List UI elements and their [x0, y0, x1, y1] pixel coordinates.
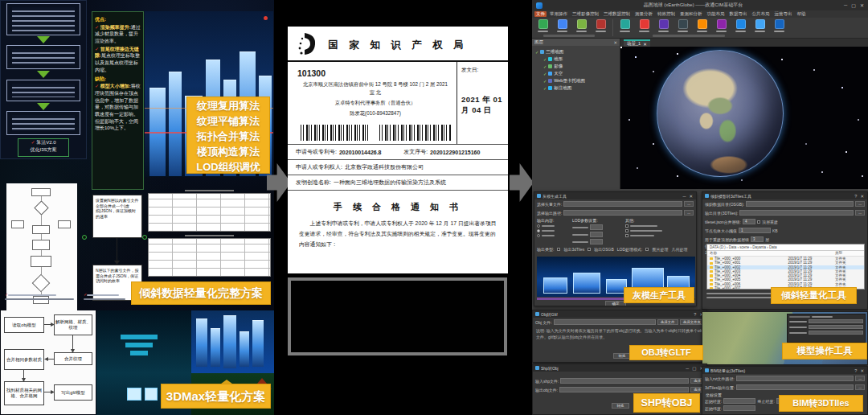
browse-button[interactable]: ...: [855, 201, 865, 207]
convert-button[interactable]: 转换: [612, 403, 629, 409]
tool-icon[interactable]: [755, 19, 765, 29]
lod-param-input[interactable]: [590, 239, 603, 244]
ribbon-tool[interactable]: [554, 19, 571, 32]
close-icon[interactable]: ✕: [643, 42, 647, 47]
help-icon[interactable]: ?: [854, 194, 858, 199]
globe-viewport[interactable]: [620, 47, 868, 189]
menu-tab[interactable]: 帮助: [796, 11, 808, 17]
ribbon-tool[interactable]: [751, 19, 768, 32]
check-icon[interactable]: ✓: [543, 79, 547, 84]
browse-button[interactable]: ...: [684, 210, 694, 216]
checkbox[interactable]: [625, 234, 628, 237]
ribbon-tool[interactable]: [694, 19, 710, 32]
menu-tab[interactable]: 量测和分析: [678, 11, 704, 17]
rvt-path-input[interactable]: [736, 376, 854, 381]
tool-icon[interactable]: [538, 19, 548, 29]
close-icon[interactable]: ✕: [688, 194, 694, 199]
tool-icon[interactable]: [577, 19, 587, 29]
obj-output-input[interactable]: [559, 387, 689, 392]
browse-button[interactable]: ...: [684, 201, 694, 207]
rebuild-level-input[interactable]: 3: [751, 236, 764, 242]
choose-folder-button[interactable]: 选择文件夹: [680, 319, 705, 325]
close-icon[interactable]: ✕: [859, 368, 865, 373]
close-icon[interactable]: ✕: [859, 194, 865, 199]
convert-button[interactable]: 转换: [613, 353, 631, 359]
menu-tab[interactable]: 公共布局: [751, 11, 772, 17]
menu-tab[interactable]: 功能布局: [706, 11, 727, 17]
tool-icon[interactable]: [717, 19, 727, 29]
menu-tab[interactable]: 数据导出: [728, 11, 749, 17]
tool-icon[interactable]: [620, 19, 630, 29]
ribbon-tool[interactable]: [636, 19, 653, 32]
output-path-input[interactable]: [563, 210, 682, 216]
close-icon[interactable]: ✕: [860, 2, 864, 8]
earth-globe[interactable]: [657, 50, 784, 177]
help-icon[interactable]: ?: [693, 312, 697, 317]
panel-tab[interactable]: [789, 316, 810, 318]
shp-file-input[interactable]: [560, 378, 689, 384]
layer-item-annotation[interactable]: ✓ 标注地图: [535, 84, 620, 92]
lod-param-input[interactable]: [590, 224, 603, 230]
menu-tab[interactable]: 三维数据控制: [602, 11, 632, 17]
menu-tab[interactable]: 特效控制: [656, 11, 677, 17]
column-header-type[interactable]: 类型: [833, 251, 864, 256]
check-icon[interactable]: ✓: [543, 86, 547, 91]
minimize-icon[interactable]: ─: [685, 366, 690, 371]
check-icon[interactable]: ✓: [535, 50, 538, 55]
maximize-icon[interactable]: ▢: [691, 366, 697, 371]
merge-level-input[interactable]: 4: [743, 219, 755, 224]
checkbox-checked[interactable]: [557, 248, 560, 251]
tiles-dir-input[interactable]: [739, 210, 854, 216]
layer-item-terrain[interactable]: ✓ 地形: [535, 55, 620, 63]
osgb-dir-input[interactable]: [746, 201, 854, 207]
scene-tab[interactable]: 场景_1 ✕: [624, 39, 650, 47]
menu-tab[interactable]: 常用操作: [548, 11, 569, 17]
browse-button[interactable]: ...: [855, 210, 865, 216]
layer-item-sky[interactable]: ✓ 天空: [535, 70, 620, 77]
ribbon-tool[interactable]: [771, 19, 788, 32]
tool-icon[interactable]: [678, 19, 688, 29]
tool-icon[interactable]: [659, 19, 669, 29]
layer-item-webmercator[interactable]: ✓ Web墨卡托地图: [535, 77, 620, 84]
tool-icon[interactable]: [596, 19, 606, 29]
layer-item-imagery[interactable]: ✓ 影像: [535, 63, 620, 70]
tool-icon[interactable]: [775, 19, 784, 29]
column-header-date[interactable]: [786, 251, 833, 256]
radio-button[interactable]: [537, 234, 540, 237]
maximize-icon[interactable]: ▢: [851, 2, 856, 8]
tool-icon[interactable]: [640, 19, 649, 29]
ribbon-tool[interactable]: [592, 19, 609, 32]
size-threshold-input[interactable]: 1: [739, 228, 771, 233]
checkbox[interactable]: [625, 229, 628, 232]
check-icon[interactable]: ✓: [543, 72, 547, 76]
checkbox[interactable]: [588, 248, 591, 251]
tool-icon[interactable]: [558, 19, 567, 29]
minimize-icon[interactable]: ─: [682, 194, 686, 199]
tiles-output-input[interactable]: [736, 384, 854, 390]
column-header-name[interactable]: 名称: [707, 251, 786, 256]
checkbox-checked[interactable]: [645, 248, 649, 251]
checkbox[interactable]: [757, 220, 760, 224]
radio-button[interactable]: [537, 224, 540, 228]
menu-tab[interactable]: 文件: [534, 11, 547, 17]
layer-root[interactable]: ✓ 三维地图: [535, 48, 620, 55]
lat-start-input[interactable]: [723, 405, 755, 411]
lon-start-input[interactable]: [723, 398, 755, 404]
ribbon-tool[interactable]: [713, 19, 730, 32]
coordinate-input[interactable]: [809, 319, 863, 323]
lod-param-input[interactable]: [590, 232, 603, 237]
browse-button[interactable]: ...: [855, 384, 865, 390]
ribbon-tool[interactable]: [573, 19, 590, 32]
obj-file-input[interactable]: [554, 319, 656, 325]
file-path-input[interactable]: [563, 201, 682, 207]
explorer-path[interactable]: DATA (D:) › Data › scene › Dayanta › Dat…: [707, 244, 864, 251]
checkbox[interactable]: [625, 224, 628, 228]
menu-tab[interactable]: 测量分析: [633, 11, 654, 17]
check-icon[interactable]: ✓: [543, 57, 547, 62]
tool-icon[interactable]: [736, 19, 746, 29]
radio-button-selected[interactable]: [537, 229, 540, 232]
menu-tab[interactable]: 三维影像控制: [571, 11, 600, 17]
minimize-icon[interactable]: ─: [844, 2, 847, 8]
ribbon-tool[interactable]: [732, 19, 749, 32]
ribbon-tool[interactable]: [674, 19, 691, 32]
